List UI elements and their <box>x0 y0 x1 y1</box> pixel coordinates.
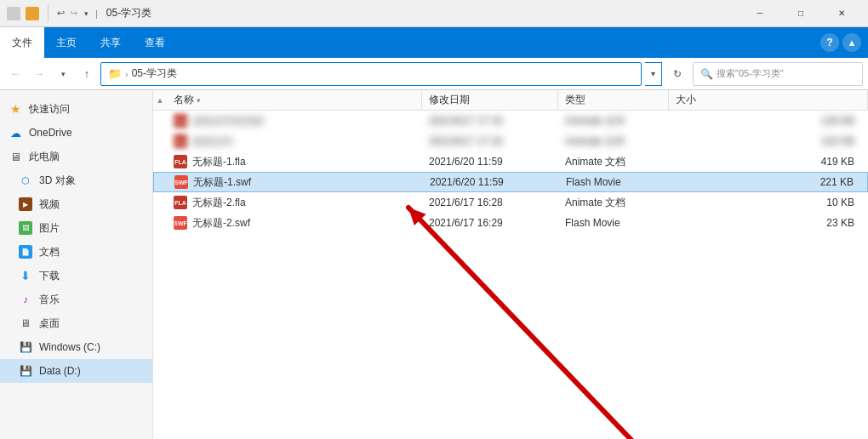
file-date: 2021/6/20 11:59 <box>423 176 559 188</box>
window-controls: ─ □ ✕ <box>740 0 861 27</box>
expand-arrow-icon: ▲ <box>157 96 164 105</box>
file-name: 无标题-2.fla <box>192 196 246 210</box>
list-item[interactable]: SWF 无标题-1.swf 2021/6/20 11:59 Flash Movi… <box>153 172 868 192</box>
expand-ribbon-button[interactable]: ▲ <box>842 33 861 52</box>
sidebar-label-this-pc: 此电脑 <box>29 150 60 164</box>
search-box[interactable]: 🔍 搜索"05-学习类" <box>693 62 863 86</box>
sidebar-item-videos[interactable]: ▶ 视频 <box>0 192 152 216</box>
file-name: 无标题-1.swf <box>193 175 251 190</box>
list-item[interactable]: FLA 无标题-2.fla 2021/6/17 16:28 Animate 文档… <box>153 192 868 213</box>
swf-icon: SWF <box>174 216 187 230</box>
sidebar-label-images: 图片 <box>39 221 60 236</box>
tab-file[interactable]: 文件 <box>0 27 44 58</box>
folder-icon: 📁 <box>108 67 122 80</box>
dropdown-nav-button[interactable]: ▾ <box>53 64 73 84</box>
sort-bar: ▲ 名称 ▾ 修改日期 类型 大小 <box>153 90 868 111</box>
file-date: 2021/6/17 17:16 <box>422 135 558 147</box>
docs-icon: 📄 <box>19 245 32 259</box>
file-size: 128 KB <box>669 115 868 127</box>
sidebar-item-documents[interactable]: 📄 文档 <box>0 240 152 264</box>
fla-icon: FLA <box>174 155 187 168</box>
title-bar-icons: ↩ ↪ ▾ <box>7 5 89 22</box>
video-icon: ▶ <box>19 197 32 211</box>
up-button[interactable]: ↑ <box>77 64 97 84</box>
address-path[interactable]: 📁 › 05-学习类 <box>100 62 642 86</box>
col-name-label: 名称 <box>174 93 194 107</box>
help-button[interactable]: ? <box>820 33 839 52</box>
desktop-icon: 🖥 <box>19 316 32 330</box>
path-text: 05-学习类 <box>132 66 177 81</box>
sidebar-item-images[interactable]: 🖼 图片 <box>0 216 152 240</box>
col-size[interactable]: 大小 <box>669 90 868 110</box>
file-size: 419 KB <box>669 156 868 168</box>
sidebar-item-music[interactable]: ♪ 音乐 <box>0 288 152 311</box>
sidebar-item-desktop[interactable]: 🖥 桌面 <box>0 311 152 335</box>
sidebar-label-3d: 3D 对象 <box>39 174 76 188</box>
sidebar-label-desktop: 桌面 <box>39 316 60 331</box>
close-button[interactable]: ✕ <box>822 0 861 27</box>
fla-icon: FLA <box>174 114 187 128</box>
sidebar-label-onedrive: OneDrive <box>29 127 72 139</box>
sidebar-item-windows-c[interactable]: 💾 Windows (C:) <box>0 335 152 359</box>
title-bar: ↩ ↪ ▾ | 05-学习类 ─ □ ✕ <box>0 0 868 27</box>
minimize-button[interactable]: ─ <box>740 0 779 27</box>
col-type[interactable]: 类型 <box>558 90 669 110</box>
maximize-button[interactable]: □ <box>781 0 820 27</box>
file-name: 无标题-2.swf <box>192 216 250 231</box>
sidebar-item-quick-access[interactable]: ★ 快速访问 <box>0 97 152 121</box>
cloud-icon: ☁ <box>9 126 22 140</box>
file-date: 2021/6/17 16:29 <box>422 217 558 229</box>
back-button[interactable]: ← <box>5 64 26 84</box>
app-icon <box>7 7 20 20</box>
path-separator: › <box>125 69 128 79</box>
dropdown-icon[interactable]: ▾ <box>84 9 89 18</box>
drive-d-icon: 💾 <box>19 364 32 378</box>
sidebar-item-downloads[interactable]: ⬇ 下载 <box>0 264 152 288</box>
undo-icon: ↩ <box>57 8 65 19</box>
main-container: ★ 快速访问 ☁ OneDrive 🖥 此电脑 ⬡ 3D 对象 ▶ 视频 🖼 图… <box>0 90 868 439</box>
address-dropdown[interactable]: ▾ <box>645 62 662 86</box>
pc-icon: 🖥 <box>9 150 22 163</box>
sidebar-item-this-pc[interactable]: 🖥 此电脑 <box>0 145 152 168</box>
sidebar-item-onedrive[interactable]: ☁ OneDrive <box>0 121 152 145</box>
file-size: 10 KB <box>669 197 868 208</box>
sidebar-item-3d[interactable]: ⬡ 3D 对象 <box>0 168 152 192</box>
file-name: 无标题-1.fla <box>192 155 246 169</box>
star-icon: ★ <box>9 102 22 116</box>
file-type: Animate 文档 <box>558 196 669 210</box>
sidebar: ★ 快速访问 ☁ OneDrive 🖥 此电脑 ⬡ 3D 对象 ▶ 视频 🖼 图… <box>0 90 153 439</box>
sidebar-item-data-d[interactable]: 💾 Data (D:) <box>0 359 152 383</box>
tab-view[interactable]: 查看 <box>133 27 177 58</box>
col-name[interactable]: 名称 ▾ <box>167 90 422 110</box>
refresh-button[interactable]: ↻ <box>665 62 689 86</box>
drive-c-icon: 💾 <box>19 340 32 354</box>
window-title: 05-学习类 <box>106 6 151 20</box>
search-placeholder: 搜索"05-学习类" <box>717 67 784 80</box>
file-type: Flash Movie <box>559 176 670 188</box>
list-item[interactable]: SWF 无标题-2.swf 2021/6/17 16:29 Flash Movi… <box>153 213 868 233</box>
tab-share[interactable]: 共享 <box>89 27 133 58</box>
file-size: 221 KB <box>670 176 867 188</box>
save-icon <box>26 7 39 20</box>
tab-home[interactable]: 主页 <box>44 27 89 58</box>
music-icon: ♪ <box>19 293 32 306</box>
file-date: 2021/6/17 17:15 <box>422 115 558 127</box>
sidebar-label-windows-c: Windows (C:) <box>39 341 100 353</box>
col-size-label: 大小 <box>676 93 696 107</box>
sidebar-label-quick-access: 快速访问 <box>29 102 70 117</box>
forward-button[interactable]: → <box>29 64 49 84</box>
file-type: Animate 文件 <box>558 134 669 149</box>
list-item[interactable]: FLA 无标题-1.fla 2021/6/20 11:59 Animate 文档… <box>153 151 868 172</box>
file-pane: ▲ 名称 ▾ 修改日期 类型 大小 FLA 蓝色文件夹内容 <box>153 90 868 439</box>
separator2: | <box>95 9 98 19</box>
col-date[interactable]: 修改日期 <box>422 90 558 110</box>
help-icon: ? <box>826 37 832 48</box>
swf-icon: SWF <box>174 175 188 189</box>
list-item[interactable]: FLA 蓝色文件夹内容 2021/6/17 17:15 Animate 文件 1… <box>153 111 868 131</box>
list-item[interactable]: FLA 蓝色文件 2021/6/17 17:16 Animate 文件 132 … <box>153 131 868 151</box>
image-icon: 🖼 <box>19 221 32 235</box>
file-type: Animate 文件 <box>558 114 669 128</box>
col-type-label: 类型 <box>565 93 585 107</box>
fla-icon: FLA <box>174 196 187 209</box>
file-type: Animate 文档 <box>558 155 669 169</box>
